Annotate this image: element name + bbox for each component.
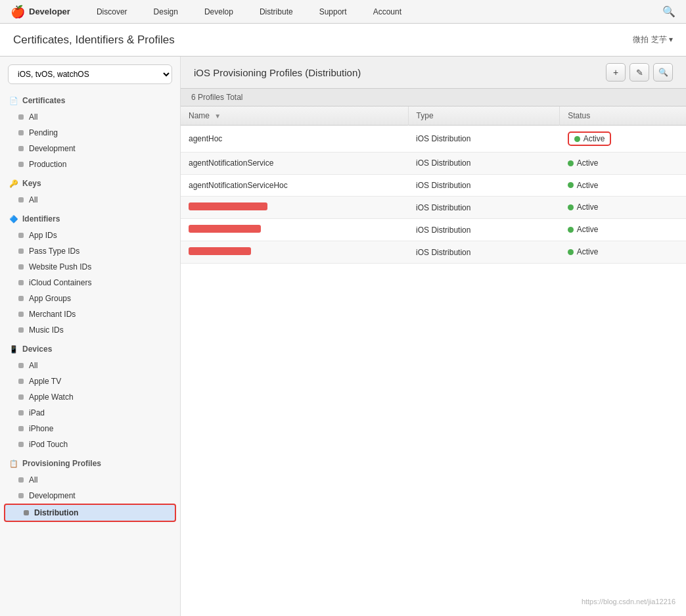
- sidebar-item-cert-development-label: Development: [29, 144, 76, 153]
- table-row[interactable]: iOS Distribution Active: [181, 197, 686, 219]
- edit-button[interactable]: ✎: [629, 63, 649, 82]
- nav-design[interactable]: Design: [141, 0, 191, 24]
- sidebar-item-apple-watch[interactable]: Apple Watch: [0, 389, 180, 405]
- platform-select-dropdown[interactable]: iOS, tvOS, watchOS macOS tvOS: [8, 64, 172, 84]
- sidebar-item-app-groups[interactable]: App Groups: [0, 291, 180, 306]
- redacted-bar: [189, 225, 261, 233]
- cell-type: iOS Distribution: [408, 219, 560, 241]
- nav-account[interactable]: Account: [360, 0, 415, 24]
- sidebar-item-app-ids[interactable]: App IDs: [0, 227, 180, 243]
- sidebar-section-devices-header[interactable]: 📱 Devices: [0, 341, 180, 358]
- watermark: https://blog.csdn.net/jia12216: [582, 598, 675, 605]
- nav-links: Discover Design Develop Distribute Suppo…: [83, 0, 662, 24]
- status-dot-icon: [568, 160, 574, 166]
- status-badge: Active: [568, 247, 599, 256]
- status-badge: Active: [568, 225, 599, 234]
- cell-status: Active: [560, 126, 686, 153]
- cell-name-redacted: [181, 241, 408, 264]
- sidebar-item-iphone-label: iPhone: [29, 424, 53, 433]
- sidebar-item-profiles-all[interactable]: All: [0, 472, 180, 488]
- keys-label: Keys: [22, 179, 41, 188]
- provisioning-profiles-icon: 📋: [9, 460, 18, 468]
- sidebar-item-cert-production[interactable]: Production: [0, 156, 180, 172]
- sidebar-item-devices-all[interactable]: All: [0, 358, 180, 373]
- sidebar-item-apple-tv[interactable]: Apple TV: [0, 373, 180, 389]
- nav-develop[interactable]: Develop: [191, 0, 246, 24]
- status-label: Active: [577, 181, 599, 190]
- table-header: Name ▼ Type Status: [181, 107, 686, 126]
- dot-icon: [24, 510, 29, 515]
- cell-status: Active: [560, 197, 686, 219]
- sidebar-section-certificates-header[interactable]: 📄 Certificates: [0, 92, 180, 109]
- sidebar-item-profiles-distribution[interactable]: Distribution: [4, 504, 176, 522]
- sidebar-item-icloud-containers-label: iCloud Containers: [29, 278, 91, 287]
- search-icon[interactable]: 🔍: [662, 5, 675, 18]
- sidebar-item-cert-all[interactable]: All: [0, 109, 180, 125]
- dot-icon: [18, 363, 24, 368]
- sidebar-item-iphone[interactable]: iPhone: [0, 421, 180, 437]
- keys-icon: 🔑: [9, 179, 18, 188]
- nav-support[interactable]: Support: [306, 0, 360, 24]
- identifiers-label: Identifiers: [22, 214, 60, 224]
- user-badge[interactable]: 微拍 芝芋 ▾: [633, 34, 673, 45]
- col-header-name[interactable]: Name ▼: [181, 107, 408, 126]
- sidebar-item-keys-all[interactable]: All: [0, 192, 180, 208]
- dot-icon: [18, 394, 24, 400]
- content-area: iOS Provisioning Profiles (Distribution)…: [181, 57, 686, 616]
- col-header-type[interactable]: Type: [408, 107, 560, 126]
- sidebar-item-website-push-ids-label: Website Push IDs: [29, 262, 91, 272]
- table-row[interactable]: agentNotificationServiceHoc iOS Distribu…: [181, 174, 686, 197]
- table-row[interactable]: iOS Distribution Active: [181, 219, 686, 241]
- status-label: Active: [577, 202, 599, 212]
- cell-status: Active: [560, 219, 686, 241]
- main-layout: iOS, tvOS, watchOS macOS tvOS 📄 Certific…: [0, 57, 686, 616]
- status-badge: Active: [568, 181, 599, 190]
- sidebar-item-ipod-touch[interactable]: iPod Touch: [0, 437, 180, 452]
- sidebar-item-cert-development[interactable]: Development: [0, 141, 180, 156]
- cell-status: Active: [560, 153, 686, 175]
- sidebar-item-cert-all-label: All: [29, 112, 37, 122]
- sidebar-item-pass-type-ids[interactable]: Pass Type IDs: [0, 243, 180, 259]
- sidebar-item-website-push-ids[interactable]: Website Push IDs: [0, 259, 180, 275]
- identifiers-icon: 🔷: [9, 215, 18, 224]
- sidebar-item-music-ids[interactable]: Music IDs: [0, 322, 180, 338]
- profiles-count-bar: 6 Profiles Total: [181, 89, 686, 107]
- dot-icon: [18, 130, 24, 135]
- content-actions: + ✎ 🔍: [606, 63, 673, 82]
- status-dot-icon: [568, 204, 574, 210]
- table-row[interactable]: iOS Distribution Active: [181, 241, 686, 264]
- sidebar-section-provisioning-profiles-header[interactable]: 📋 Provisioning Profiles: [0, 455, 180, 472]
- cell-type: iOS Distribution: [408, 241, 560, 264]
- sidebar-item-merchant-ids-label: Merchant IDs: [29, 310, 76, 319]
- table-row[interactable]: agentHoc iOS Distribution Active: [181, 126, 686, 153]
- status-dot-icon: [568, 227, 574, 233]
- sidebar-section-identifiers: 🔷 Identifiers App IDs Pass Type IDs Webs…: [0, 210, 180, 338]
- page-header: Certificates, Identifiers & Profiles 微拍 …: [0, 24, 686, 57]
- sidebar-section-identifiers-header[interactable]: 🔷 Identifiers: [0, 210, 180, 227]
- status-label: Active: [577, 247, 599, 256]
- nav-discover[interactable]: Discover: [83, 0, 141, 24]
- sidebar-item-ipad[interactable]: iPad: [0, 405, 180, 421]
- sidebar-item-apple-watch-label: Apple Watch: [29, 392, 74, 402]
- nav-distribute[interactable]: Distribute: [246, 0, 306, 24]
- sidebar-item-devices-all-label: All: [29, 361, 37, 370]
- sidebar-section-keys: 🔑 Keys All: [0, 175, 180, 208]
- col-header-status[interactable]: Status: [560, 107, 686, 126]
- sidebar-section-keys-header[interactable]: 🔑 Keys: [0, 175, 180, 192]
- platform-selector[interactable]: iOS, tvOS, watchOS macOS tvOS: [8, 64, 172, 84]
- sidebar-item-icloud-containers[interactable]: iCloud Containers: [0, 275, 180, 291]
- cell-status: Active: [560, 174, 686, 197]
- sidebar-item-cert-pending[interactable]: Pending: [0, 125, 180, 141]
- sort-arrow-icon: ▼: [214, 112, 221, 120]
- dot-icon: [18, 264, 24, 270]
- sidebar-item-merchant-ids[interactable]: Merchant IDs: [0, 306, 180, 322]
- table-row[interactable]: agentNotificationService iOS Distributio…: [181, 153, 686, 175]
- cell-type: iOS Distribution: [408, 153, 560, 175]
- sidebar-section-provisioning-profiles: 📋 Provisioning Profiles All Development …: [0, 455, 180, 522]
- sidebar-item-profiles-development[interactable]: Development: [0, 488, 180, 504]
- dot-icon: [18, 426, 24, 431]
- sidebar-item-app-ids-label: App IDs: [29, 231, 57, 240]
- add-button[interactable]: +: [606, 63, 626, 82]
- redacted-bar: [189, 202, 267, 210]
- search-button[interactable]: 🔍: [653, 63, 673, 82]
